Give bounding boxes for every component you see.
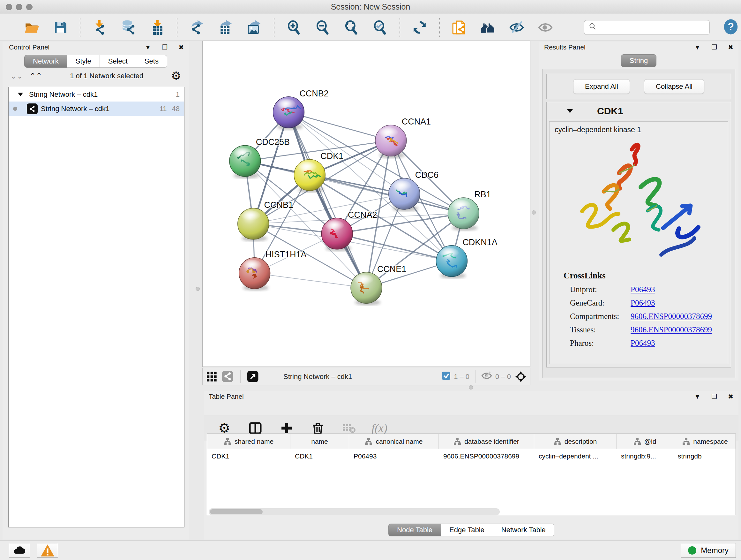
memory-status-dot <box>688 546 696 555</box>
svg-text:⚙: ⚙ <box>218 421 230 435</box>
network-edge[interactable] <box>288 112 366 288</box>
network-node-CDK1[interactable]: CDK1 <box>294 151 343 192</box>
search-input[interactable] <box>600 23 705 32</box>
column-header-shared-name[interactable]: shared name <box>207 434 290 449</box>
crosslink-link[interactable]: P06493 <box>630 339 655 348</box>
gear-icon[interactable]: ⚙ <box>215 421 233 435</box>
tab-edge-table[interactable]: Edge Table <box>441 523 493 537</box>
memory-label: Memory <box>701 546 729 555</box>
network-options-gear-icon[interactable]: ⚙ <box>169 70 183 82</box>
crosslink-link[interactable]: P06493 <box>630 299 655 307</box>
string-home-icon[interactable] <box>480 19 496 36</box>
split-columns-icon[interactable] <box>246 421 264 435</box>
tab-network-table[interactable]: Network Table <box>493 523 554 537</box>
tab-sets[interactable]: Sets <box>136 55 167 68</box>
network-node-CDKN1A[interactable]: CDKN1A <box>436 238 497 279</box>
string-document-icon[interactable] <box>451 19 467 36</box>
grid-view-icon[interactable] <box>206 371 218 383</box>
column-header-namespace[interactable]: namespace <box>673 434 736 449</box>
results-panel-close-button[interactable]: ✖ <box>726 44 735 51</box>
string-results-container: Expand All Collapse All CDK1 cyclin–depe… <box>542 69 735 378</box>
network-node-HIST1H1A[interactable]: HIST1H1A <box>239 250 307 291</box>
export-table-icon[interactable] <box>218 19 233 36</box>
network-edge[interactable] <box>255 273 366 288</box>
column-header-canonical-name[interactable]: canonical name <box>349 434 439 449</box>
column-label: description <box>564 438 597 445</box>
column-header-database-identifier[interactable]: database identifier <box>439 434 534 449</box>
import-table-file-icon[interactable] <box>149 19 165 36</box>
zoom-selected-icon[interactable] <box>372 19 388 36</box>
right-splitter-grip[interactable] <box>532 210 536 214</box>
control-panel-float-button[interactable]: ❒ <box>160 44 170 51</box>
import-network-file-icon[interactable] <box>92 19 108 36</box>
selected-checkbox-icon[interactable] <box>442 371 451 382</box>
crosslink-link[interactable]: 9606.ENSP00000378699 <box>630 325 712 334</box>
hidden-eye-icon[interactable] <box>481 370 492 383</box>
network-node-CCNB1[interactable]: CCNB1 <box>238 200 293 241</box>
memory-button[interactable]: Memory <box>681 543 736 558</box>
zoom-in-icon[interactable] <box>286 19 302 36</box>
tab-node-table[interactable]: Node Table <box>388 523 441 537</box>
tab-network[interactable]: Network <box>24 55 67 68</box>
tab-string[interactable]: String <box>621 54 657 67</box>
warning-status-button[interactable] <box>37 543 58 558</box>
collapse-all-networks-button[interactable]: ⌄⌄ <box>8 72 25 80</box>
column-label: canonical name <box>376 438 422 445</box>
cloud-status-button[interactable] <box>9 543 30 558</box>
add-icon[interactable] <box>278 421 295 435</box>
zoom-fit-icon[interactable] <box>343 19 359 36</box>
crosslink-label: Tissues: <box>570 325 630 334</box>
network-tree: String Network – cdk1 1 String Network –… <box>8 87 185 527</box>
column-header--id[interactable]: @id <box>616 434 673 449</box>
trash-icon[interactable] <box>309 421 327 435</box>
bottom-splitter-grip[interactable] <box>469 385 473 389</box>
tab-style[interactable]: Style <box>67 55 100 68</box>
results-panel-float-button[interactable]: ❒ <box>710 44 719 51</box>
left-splitter-grip[interactable] <box>196 287 200 291</box>
show-all-icon[interactable] <box>537 19 553 36</box>
network-node-RB1[interactable]: RB1 <box>448 190 491 231</box>
save-session-icon[interactable] <box>52 19 68 36</box>
table-row[interactable]: CDK1CDK1P064939606.ENSP00000378699cyclin… <box>207 449 736 463</box>
crosslink-link[interactable]: 9606.ENSP00000378699 <box>630 312 712 321</box>
birds-eye-navigator-icon[interactable] <box>247 371 259 383</box>
crosslink-link[interactable]: P06493 <box>630 285 655 294</box>
tab-select[interactable]: Select <box>100 55 136 68</box>
crosslink-label: GeneCard: <box>570 299 630 307</box>
table-panel: Table Panel ▼ ❒ ✖ ⚙f(x) shared namenamec… <box>204 391 738 540</box>
export-network-icon[interactable] <box>189 19 205 36</box>
column-header-name[interactable]: name <box>290 434 349 449</box>
hide-selected-icon[interactable] <box>509 19 525 36</box>
table-scrollbar-thumb[interactable] <box>210 509 263 514</box>
collapse-all-button[interactable]: Collapse All <box>644 79 704 94</box>
fit-content-crosshair-icon[interactable] <box>515 371 527 383</box>
table-panel-close-button[interactable]: ✖ <box>726 393 735 400</box>
network-canvas[interactable]: CCNB2 CCNA1 CDC25B CDK1 CDC6 RB1 CCNB1 <box>202 41 530 367</box>
collection-expander-icon[interactable] <box>18 92 23 96</box>
fx-function-icon: f(x) <box>372 422 387 435</box>
export-image-icon[interactable] <box>246 19 262 36</box>
network-collection-row[interactable]: String Network – cdk1 1 <box>9 87 184 102</box>
network-overview-icon[interactable] <box>222 371 234 383</box>
node-label: CCNA1 <box>402 117 431 126</box>
expand-all-networks-button[interactable]: ⌃⌃ <box>27 72 44 80</box>
import-network-database-icon[interactable] <box>121 19 137 36</box>
open-file-icon[interactable] <box>23 19 40 36</box>
results-panel-menu-button[interactable]: ▼ <box>692 44 703 51</box>
help-button[interactable]: ? <box>721 18 741 37</box>
entry-collapse-icon[interactable] <box>567 109 573 113</box>
table-panel-menu-button[interactable]: ▼ <box>692 393 703 400</box>
network-row[interactable]: String Network – cdk1 11 48 <box>9 102 184 116</box>
delete-table-icon <box>340 421 358 435</box>
expand-all-button[interactable]: Expand All <box>573 79 630 94</box>
table-cell: 9606.ENSP00000378699 <box>439 452 534 460</box>
crosslink-label: Pharos: <box>570 339 630 348</box>
control-panel-menu-button[interactable]: ▼ <box>143 44 153 51</box>
zoom-out-icon[interactable] <box>315 19 331 36</box>
table-panel-float-button[interactable]: ❒ <box>710 393 719 400</box>
column-header-description[interactable]: description <box>534 434 616 449</box>
column-label: @id <box>644 438 657 445</box>
network-edge[interactable] <box>310 175 463 213</box>
refresh-icon[interactable] <box>412 19 428 36</box>
control-panel-close-button[interactable]: ✖ <box>177 44 186 51</box>
